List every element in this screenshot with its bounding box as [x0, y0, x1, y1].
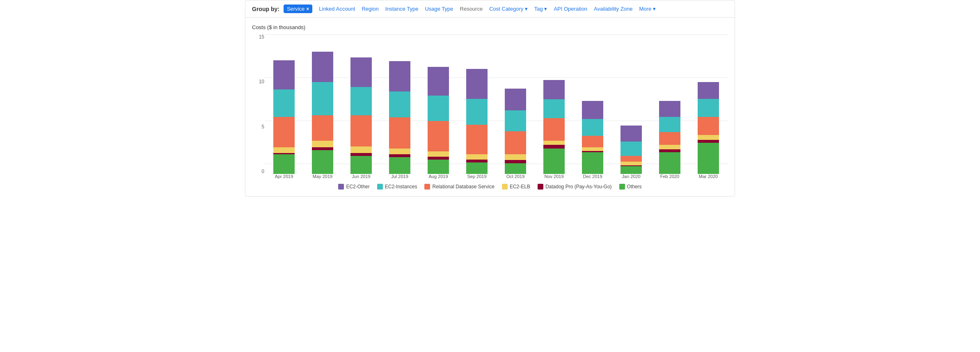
bar-segment-ec2_elb[interactable] — [273, 147, 295, 153]
bar-segment-rds[interactable] — [273, 117, 295, 147]
bar-segment-datadog[interactable] — [543, 145, 565, 149]
bar-segment-rds[interactable] — [312, 115, 333, 141]
bar-segment-datadog[interactable] — [505, 160, 526, 163]
remove-service-filter[interactable]: × — [306, 7, 309, 11]
bar-segment-rds[interactable] — [428, 121, 449, 151]
bar-segment-ec2_instances[interactable] — [273, 89, 295, 117]
bar-segment-rds[interactable] — [389, 117, 410, 149]
main-container: Group by: Service × Linked AccountRegion… — [245, 0, 735, 197]
bar-segment-ec2_instances[interactable] — [659, 117, 680, 132]
bar-segment-rds[interactable] — [350, 115, 372, 146]
bar-segment-rds[interactable] — [582, 136, 603, 147]
bar-segment-ec2_other[interactable] — [273, 60, 295, 89]
bar-segment-ec2_elb[interactable] — [698, 135, 719, 140]
bar-segment-ec2_instances[interactable] — [543, 99, 565, 118]
x-label: Apr 2019 — [266, 174, 302, 179]
bar-segment-rds[interactable] — [466, 125, 488, 154]
bar-segment-ec2_elb[interactable] — [350, 146, 372, 153]
bar-segment-ec2_instances[interactable] — [350, 87, 372, 115]
filter-btn-more[interactable]: More ▾ — [636, 5, 659, 13]
bar-segment-ec2_other[interactable] — [543, 80, 565, 100]
bar-segment-others[interactable] — [350, 156, 372, 174]
bar-segment-datadog[interactable] — [698, 140, 719, 143]
bar-segment-ec2_other[interactable] — [582, 101, 603, 119]
bar-segment-others[interactable] — [582, 152, 603, 174]
bar-segment-ec2_elb[interactable] — [621, 162, 642, 165]
bar-segment-others[interactable] — [543, 149, 565, 174]
bar-segment-ec2_elb[interactable] — [312, 141, 333, 147]
bar-group — [459, 69, 495, 174]
bar-segment-ec2_elb[interactable] — [466, 154, 488, 159]
bar-segment-others[interactable] — [659, 152, 680, 174]
bar-segment-rds[interactable] — [621, 156, 642, 162]
bar-stack — [389, 61, 410, 174]
bar-segment-ec2_elb[interactable] — [582, 147, 603, 151]
legend-item-ec2-elb: EC2-ELB — [502, 184, 530, 190]
bar-segment-others[interactable] — [698, 143, 719, 174]
bar-segment-ec2_elb[interactable] — [428, 151, 449, 156]
bar-segment-ec2_instances[interactable] — [621, 142, 642, 156]
bar-segment-datadog[interactable] — [466, 160, 488, 162]
filter-btn-linked-account[interactable]: Linked Account — [316, 5, 358, 13]
bar-segment-ec2_elb[interactable] — [543, 141, 565, 145]
y-tick: 10 — [252, 79, 264, 84]
bar-segment-rds[interactable] — [543, 118, 565, 141]
bar-segment-ec2_instances[interactable] — [505, 110, 526, 131]
bar-segment-datadog[interactable] — [428, 157, 449, 160]
filter-btn-api-operation[interactable]: API Operation — [550, 5, 591, 13]
bar-segment-ec2_other[interactable] — [428, 67, 449, 96]
bar-segment-others[interactable] — [466, 162, 488, 174]
bar-segment-ec2_instances[interactable] — [389, 91, 410, 118]
bar-segment-ec2_other[interactable] — [505, 89, 526, 110]
bar-segment-ec2_other[interactable] — [466, 69, 488, 98]
bar-stack — [543, 80, 565, 174]
bar-segment-rds[interactable] — [698, 117, 719, 135]
x-label: Mar 2020 — [690, 174, 726, 179]
bar-segment-datadog[interactable] — [312, 147, 333, 150]
legend-item-ec2-other: EC2-Other — [338, 184, 369, 190]
bar-segment-rds[interactable] — [505, 131, 526, 154]
group-by-label: Group by: — [252, 6, 279, 12]
filter-btn-instance-type[interactable]: Instance Type — [382, 5, 422, 13]
bar-segment-ec2_elb[interactable] — [505, 154, 526, 160]
bar-segment-ec2_other[interactable] — [659, 101, 680, 117]
legend-item-rds: Relational Database Service — [424, 184, 494, 190]
bar-segment-others[interactable] — [389, 157, 410, 174]
filter-btn-region[interactable]: Region — [358, 5, 382, 13]
filter-btn-resource[interactable]: Resource — [457, 5, 486, 13]
bar-segment-others[interactable] — [428, 160, 449, 174]
bar-segment-ec2_other[interactable] — [621, 126, 642, 142]
filter-btn-tag[interactable]: Tag ▾ — [531, 5, 551, 13]
bar-segment-datadog[interactable] — [389, 154, 410, 157]
filter-btn-availability-zone[interactable]: Availability Zone — [591, 5, 636, 13]
bar-segment-datadog[interactable] — [350, 153, 372, 156]
legend-color-ec2-other — [338, 184, 344, 190]
bar-segment-others[interactable] — [273, 154, 295, 174]
bar-segment-datadog[interactable] — [659, 149, 680, 152]
bar-segment-ec2_instances[interactable] — [466, 99, 488, 125]
bar-segment-others[interactable] — [505, 163, 526, 174]
bar-segment-ec2_instances[interactable] — [582, 119, 603, 136]
bar-group — [497, 89, 534, 174]
bar-segment-others[interactable] — [312, 150, 333, 174]
x-label: Jun 2019 — [343, 174, 379, 179]
legend-label-ec2-elb: EC2-ELB — [510, 184, 530, 190]
bar-segment-rds[interactable] — [659, 132, 680, 145]
bar-segment-ec2_instances[interactable] — [312, 82, 333, 115]
filter-btn-cost-category[interactable]: Cost Category ▾ — [486, 5, 531, 13]
bars-and-grid — [264, 34, 728, 174]
bar-segment-ec2_instances[interactable] — [428, 96, 449, 121]
bar-segment-ec2_instances[interactable] — [698, 99, 719, 117]
legend-label-ec2-instances: EC2-Instances — [385, 184, 417, 190]
bar-segment-ec2_elb[interactable] — [659, 145, 680, 149]
legend: EC2-OtherEC2-InstancesRelational Databas… — [252, 179, 728, 191]
filter-btn-usage-type[interactable]: Usage Type — [421, 5, 456, 13]
legend-color-ec2-instances — [377, 184, 383, 190]
bar-segment-ec2_other[interactable] — [312, 52, 333, 82]
bar-segment-ec2_elb[interactable] — [389, 149, 410, 154]
bar-group — [613, 126, 649, 174]
bar-segment-others[interactable] — [621, 166, 642, 174]
bar-segment-ec2_other[interactable] — [350, 57, 372, 87]
bar-segment-ec2_other[interactable] — [698, 82, 719, 99]
bar-segment-ec2_other[interactable] — [389, 61, 410, 91]
